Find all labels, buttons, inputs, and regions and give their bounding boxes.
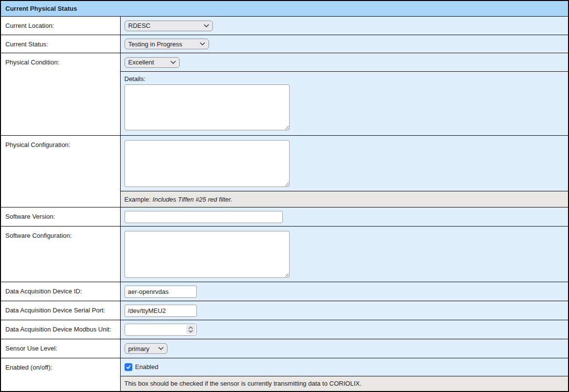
software-configuration-textarea[interactable]: [125, 231, 290, 278]
enabled-label: Enabled (on/off):: [0, 358, 120, 392]
physical-condition-details-cell: Details:: [120, 72, 569, 136]
daq-device-id-cell: [120, 282, 569, 301]
current-location-select[interactable]: RDESC: [125, 21, 213, 31]
physical-condition-label: Physical Condition:: [0, 53, 120, 136]
sensor-use-level-select[interactable]: primary: [125, 343, 168, 354]
daq-modbus-unit-label: Data Acquisition Device Modbus Unit:: [0, 320, 120, 339]
daq-device-id-label: Data Acquisition Device ID:: [0, 282, 120, 301]
example-label: Example:: [125, 196, 151, 203]
enabled-help-note: This box should be checked if the sensor…: [120, 376, 569, 392]
daq-modbus-unit-cell: [120, 320, 569, 339]
current-status-label: Current Status:: [0, 35, 120, 53]
daq-serial-port-cell: [120, 301, 569, 320]
current-location-label: Current Location:: [0, 17, 120, 35]
software-version-cell: [120, 207, 569, 227]
stepper-down-icon: [189, 330, 193, 333]
enabled-cell: Enabled: [120, 358, 569, 376]
daq-serial-port-label: Data Acquisition Device Serial Port:: [0, 301, 120, 320]
physical-configuration-textarea[interactable]: [125, 140, 290, 187]
physical-condition-cell: Excellent: [120, 53, 569, 72]
physical-configuration-label: Physical Configuration:: [0, 136, 120, 207]
software-version-label: Software Version:: [0, 207, 120, 227]
software-version-input[interactable]: [125, 211, 283, 223]
sensor-use-level-cell: primary: [120, 339, 569, 358]
physical-configuration-example-note: Example: Includes Tiffen #25 red filter.: [120, 191, 569, 207]
check-icon: [126, 364, 131, 370]
sensor-use-level-label: Sensor Use Level:: [0, 339, 120, 358]
section-title: Current Physical Status: [0, 0, 569, 17]
daq-serial-port-input[interactable]: [125, 305, 197, 317]
sensor-use-level-select-wrap: primary: [125, 343, 168, 354]
daq-device-id-input[interactable]: [125, 286, 197, 298]
physical-status-table: Current Physical Status Current Location…: [0, 0, 569, 392]
daq-modbus-unit-wrap: [125, 324, 197, 336]
physical-status-panel: Current Physical Status Current Location…: [0, 0, 569, 392]
current-status-select-wrap: Testing in Progress: [125, 39, 209, 49]
enabled-checkbox-row[interactable]: Enabled: [125, 363, 159, 371]
physical-condition-select-wrap: Excellent: [125, 57, 180, 68]
stepper-up-icon: [189, 327, 193, 330]
details-textarea[interactable]: [125, 84, 290, 130]
current-location-select-wrap: RDESC: [125, 21, 213, 31]
software-configuration-label: Software Configuration:: [0, 227, 120, 282]
software-configuration-cell: [120, 227, 569, 282]
example-text: Includes Tiffen #25 red filter.: [152, 196, 232, 203]
current-status-cell: Testing in Progress: [120, 35, 569, 53]
physical-configuration-cell: [120, 136, 569, 191]
number-stepper[interactable]: [186, 325, 195, 334]
current-location-cell: RDESC: [120, 17, 569, 35]
physical-condition-select[interactable]: Excellent: [125, 57, 180, 68]
details-label: Details:: [125, 75, 565, 83]
current-status-select[interactable]: Testing in Progress: [125, 39, 209, 49]
enabled-checkbox[interactable]: [125, 363, 132, 371]
enabled-checkbox-label: Enabled: [135, 363, 159, 371]
